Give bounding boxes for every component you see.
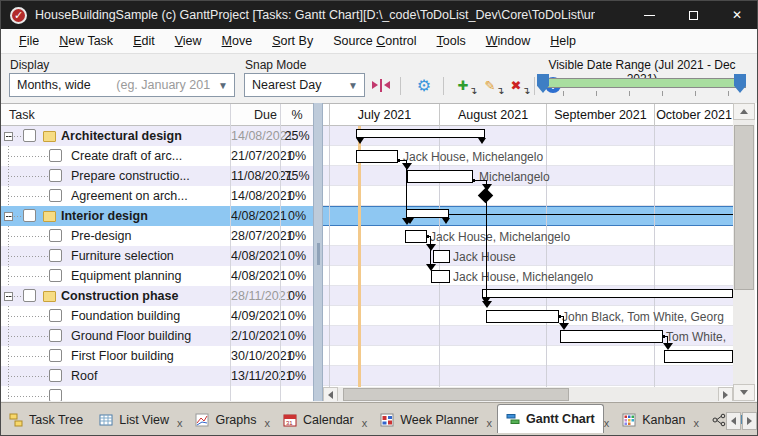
task-bar[interactable] bbox=[664, 350, 733, 363]
table-row[interactable]: Agreement on arch...14/08/20210% bbox=[1, 186, 313, 206]
task-bar[interactable] bbox=[405, 230, 427, 243]
tree-line bbox=[8, 216, 22, 217]
column-header-percent[interactable]: % bbox=[281, 104, 313, 126]
snap-adjust-button[interactable] bbox=[369, 74, 393, 96]
table-row[interactable]: Roof13/11/20210% bbox=[1, 366, 313, 386]
menu-sort-by[interactable]: Sort By bbox=[262, 31, 323, 51]
task-checkbox[interactable] bbox=[49, 269, 62, 282]
tree-line bbox=[8, 376, 48, 377]
add-dependency-button[interactable]: ✚↴ bbox=[451, 74, 475, 96]
table-row[interactable]: Interior design4/08/20210% bbox=[1, 206, 313, 226]
menu-help[interactable]: Help bbox=[540, 31, 586, 51]
scroll-down-button[interactable] bbox=[733, 384, 755, 401]
tab-scroll-right-button[interactable] bbox=[742, 412, 757, 430]
date-range-slider-track[interactable] bbox=[541, 78, 746, 88]
date-range-slider-right-handle[interactable] bbox=[734, 74, 746, 93]
task-due-date: 2/10/2021 bbox=[231, 326, 277, 346]
tab-week-planner[interactable]: Week Planner bbox=[372, 407, 486, 433]
tab-scroll-left-button[interactable] bbox=[726, 412, 741, 430]
summary-bar[interactable] bbox=[356, 129, 485, 138]
menu-tools[interactable]: Tools bbox=[427, 31, 476, 51]
dependency-arrow-icon bbox=[426, 244, 436, 251]
task-checkbox[interactable] bbox=[23, 289, 36, 302]
tab-gantt-chart[interactable]: Gantt Chart bbox=[497, 404, 604, 433]
split-handle[interactable] bbox=[313, 103, 323, 401]
table-row[interactable]: Construction phase28/11/20210% bbox=[1, 286, 313, 306]
tab-close-icon[interactable]: x bbox=[487, 417, 498, 429]
tab-close-icon[interactable]: x bbox=[693, 417, 704, 429]
task-bar[interactable] bbox=[407, 170, 473, 183]
task-checkbox[interactable] bbox=[49, 169, 62, 182]
summary-bar[interactable] bbox=[482, 289, 733, 298]
tab-calendar[interactable]: 31Calendar bbox=[275, 407, 362, 433]
column-divider[interactable] bbox=[230, 104, 231, 401]
task-bar[interactable] bbox=[560, 330, 663, 343]
table-row[interactable]: Pre-design28/07/20210% bbox=[1, 226, 313, 246]
tab-graphs[interactable]: Graphs bbox=[187, 407, 264, 433]
chart-horizontal-scrollbar[interactable] bbox=[323, 387, 733, 401]
tab-list-view[interactable]: List View bbox=[91, 407, 177, 433]
task-checkbox[interactable] bbox=[49, 369, 62, 382]
settings-gear-icon: ⚙ bbox=[417, 76, 431, 95]
edit-dependency-button[interactable]: ✎↴ bbox=[478, 74, 502, 96]
menu-edit[interactable]: Edit bbox=[123, 31, 165, 51]
tab-kanban[interactable]: Kanban bbox=[614, 407, 693, 433]
settings-button[interactable]: ⚙ bbox=[412, 74, 436, 96]
display-combobox[interactable]: Months, wide (eg. January 201 ▼ bbox=[9, 73, 235, 97]
chart-row[interactable] bbox=[323, 206, 733, 226]
chart-row[interactable] bbox=[323, 366, 733, 386]
tab-close-icon[interactable]: x bbox=[264, 417, 275, 429]
task-checkbox[interactable] bbox=[49, 329, 62, 342]
tab-task-tree[interactable]: Task Tree bbox=[1, 407, 91, 433]
table-row[interactable]: Furniture selection4/08/20210% bbox=[1, 246, 313, 266]
column-header-due[interactable]: Due bbox=[231, 104, 277, 126]
task-checkbox[interactable] bbox=[49, 389, 62, 401]
tab-close-icon[interactable]: x bbox=[604, 417, 615, 429]
task-checkbox[interactable] bbox=[23, 209, 36, 222]
task-checkbox[interactable] bbox=[49, 149, 62, 162]
scroll-up-button[interactable] bbox=[733, 103, 755, 120]
menu-window[interactable]: Window bbox=[476, 31, 540, 51]
chart-row[interactable] bbox=[323, 246, 733, 266]
task-checkbox[interactable] bbox=[49, 229, 62, 242]
table-row[interactable]: Ground Floor building2/10/20210% bbox=[1, 326, 313, 346]
menu-source-control[interactable]: Source Control bbox=[323, 31, 426, 51]
task-bar[interactable] bbox=[486, 310, 559, 323]
delete-dependency-button[interactable]: ✖↴ bbox=[504, 74, 528, 96]
menu-view[interactable]: View bbox=[165, 31, 212, 51]
maximize-button[interactable] bbox=[671, 1, 715, 29]
chart-vertical-scrollbar[interactable] bbox=[733, 103, 755, 401]
chart-row[interactable] bbox=[323, 186, 733, 206]
table-row[interactable]: Create draft of arc...21/07/20210% bbox=[1, 146, 313, 166]
scroll-left-button[interactable] bbox=[323, 387, 338, 401]
close-button[interactable]: ✕ bbox=[715, 1, 758, 29]
task-checkbox[interactable] bbox=[49, 309, 62, 322]
task-checkbox[interactable] bbox=[49, 349, 62, 362]
task-checkbox[interactable] bbox=[49, 189, 62, 202]
hscroll-thumb[interactable] bbox=[343, 388, 569, 401]
summary-bar[interactable] bbox=[406, 209, 449, 218]
task-checkbox[interactable] bbox=[49, 249, 62, 262]
task-bar[interactable] bbox=[431, 270, 450, 283]
chevron-down-icon: ▼ bbox=[348, 80, 358, 91]
scroll-right-button[interactable] bbox=[718, 387, 733, 401]
snap-mode-combobox[interactable]: Nearest Day ▼ bbox=[244, 73, 365, 97]
table-row[interactable]: Prepare constructio...11/08/202175% bbox=[1, 166, 313, 186]
tab-close-icon[interactable]: x bbox=[177, 417, 188, 429]
task-bar[interactable] bbox=[433, 250, 450, 263]
menu-move[interactable]: Move bbox=[212, 31, 263, 51]
menu-new-task[interactable]: New Task bbox=[49, 31, 123, 51]
column-divider[interactable] bbox=[280, 104, 281, 401]
task-checkbox[interactable] bbox=[23, 129, 36, 142]
column-header-task[interactable]: Task bbox=[9, 104, 35, 126]
table-row[interactable]: Architectural design14/08/202125% bbox=[1, 126, 313, 146]
tab-close-icon[interactable]: x bbox=[362, 417, 373, 429]
table-row[interactable]: First Floor building30/10/20210% bbox=[1, 346, 313, 366]
table-row[interactable]: Foundation building4/09/20210% bbox=[1, 306, 313, 326]
menu-file[interactable]: File bbox=[9, 31, 49, 51]
table-row[interactable] bbox=[1, 386, 313, 401]
minimize-button[interactable] bbox=[627, 1, 671, 29]
table-row[interactable]: Equipment planning4/08/20210% bbox=[1, 266, 313, 286]
task-bar[interactable] bbox=[356, 150, 398, 163]
vscroll-thumb[interactable] bbox=[734, 125, 754, 290]
